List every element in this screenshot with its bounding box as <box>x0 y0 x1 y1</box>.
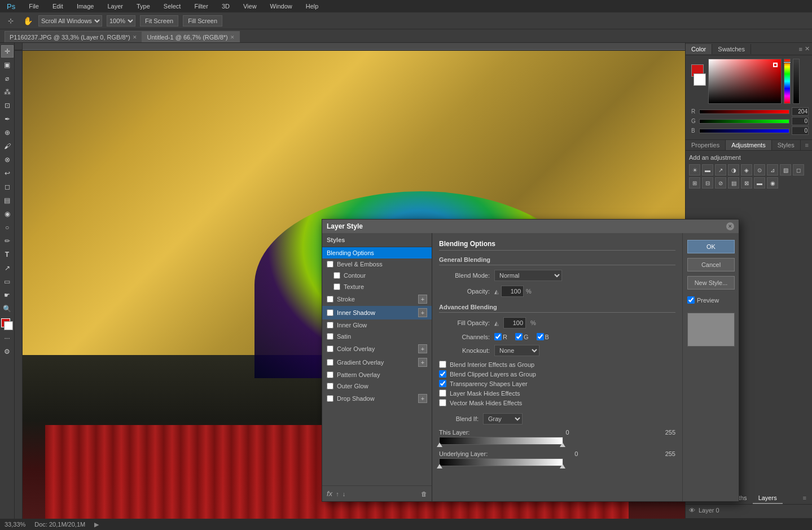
style-item-blending-options[interactable]: Blending Options <box>322 247 432 259</box>
transparency-shapes-checkbox[interactable] <box>439 380 446 387</box>
pattern-overlay-checkbox[interactable] <box>327 371 333 378</box>
extra-tools-btn[interactable]: ··· <box>1 332 14 344</box>
background-color-swatch[interactable] <box>694 73 706 86</box>
fill-screen-button[interactable]: Fill Screen <box>183 15 222 27</box>
underlying-layer-handle-left[interactable] <box>437 464 442 468</box>
panel-collapse-icon[interactable]: ✕ <box>805 45 810 52</box>
inner-glow-checkbox[interactable] <box>327 322 333 328</box>
cancel-button[interactable]: Cancel <box>687 258 735 271</box>
channel-g-checkbox[interactable] <box>515 333 523 340</box>
exposure-btn[interactable]: ◑ <box>728 164 739 176</box>
move-tool[interactable]: ✛ <box>1 45 14 58</box>
style-item-contour[interactable]: Contour <box>322 270 432 281</box>
eraser-tool[interactable]: ◻ <box>1 181 14 193</box>
contour-checkbox[interactable] <box>333 272 340 279</box>
fill-opacity-scrubber[interactable]: ◭ <box>494 320 499 326</box>
photo-filter-btn[interactable]: ◻ <box>793 164 804 176</box>
status-arrow[interactable]: ▶ <box>94 521 99 528</box>
new-style-button[interactable]: New Style... <box>687 276 735 290</box>
opacity-scrubber-icon[interactable]: ◭ <box>494 288 499 295</box>
eyedropper-tool[interactable]: ✒ <box>1 113 14 125</box>
tab-file2[interactable]: Untitled-1 @ 66,7% (RGB/8*) ✕ <box>142 31 240 42</box>
tab-styles[interactable]: Styles <box>772 140 801 150</box>
blur-tool[interactable]: ◉ <box>1 208 14 220</box>
channel-g-label[interactable]: G <box>515 333 529 340</box>
quick-select-tool[interactable]: ⁂ <box>1 86 14 98</box>
dodge-tool[interactable]: ○ <box>1 221 14 234</box>
blend-mode-select[interactable]: Normal Dissolve Multiply Screen Overlay <box>494 270 562 281</box>
posterize-btn[interactable]: ▤ <box>728 177 739 189</box>
color-overlay-add-btn[interactable]: + <box>418 344 427 353</box>
zoom-level-select[interactable]: 100% <box>107 15 135 27</box>
inner-shadow-checkbox[interactable] <box>327 309 333 316</box>
menu-3d[interactable]: 3D <box>220 2 232 11</box>
menu-image[interactable]: Image <box>74 2 96 11</box>
shape-tool[interactable]: ▭ <box>1 275 14 288</box>
outer-glow-checkbox[interactable] <box>327 383 333 389</box>
style-item-inner-shadow[interactable]: Inner Shadow + <box>322 306 432 319</box>
color-lookup-btn[interactable]: ⊟ <box>702 177 713 189</box>
color-hue-slider[interactable] <box>784 59 791 104</box>
dialog-close-button[interactable]: ✕ <box>726 222 734 230</box>
style-item-inner-glow[interactable]: Inner Glow <box>322 319 432 331</box>
menu-help[interactable]: Help <box>304 2 321 11</box>
hue-saturation-btn[interactable]: ⊙ <box>754 164 765 176</box>
gradient-overlay-checkbox[interactable] <box>327 359 333 366</box>
this-layer-handle-right[interactable] <box>560 443 565 447</box>
history-brush-tool[interactable]: ↩ <box>1 167 14 179</box>
scroll-mode-select[interactable]: Scroll All Windows <box>38 15 102 27</box>
layer-mask-hides-checkbox[interactable] <box>439 389 446 397</box>
dialog-title-bar[interactable]: Layer Style ✕ <box>322 220 739 233</box>
style-item-outer-glow[interactable]: Outer Glow <box>322 380 432 392</box>
b-input[interactable] <box>792 126 809 135</box>
levels-btn[interactable]: ▬ <box>702 164 713 176</box>
tab-file1[interactable]: P1160237.JPG @ 33,3% (Layer 0, RGB/8*) ✕ <box>5 31 142 42</box>
brightness-contrast-btn[interactable]: ☀ <box>689 164 700 176</box>
gradient-map-btn[interactable]: ▬ <box>754 177 765 189</box>
bw-btn[interactable]: ▧ <box>780 164 791 176</box>
drop-shadow-add-btn[interactable]: + <box>418 394 427 403</box>
tab-color[interactable]: Color <box>686 44 712 54</box>
hand-tool-icon[interactable]: ✋ <box>21 15 34 27</box>
texture-checkbox[interactable] <box>333 283 340 290</box>
move-up-icon[interactable]: ↑ <box>336 490 339 497</box>
tab-adjustments[interactable]: Adjustments <box>726 140 772 150</box>
knockout-select[interactable]: None Shallow Deep <box>494 345 539 356</box>
menu-layer[interactable]: Layer <box>105 2 125 11</box>
r-slider[interactable] <box>699 109 789 114</box>
invert-btn[interactable]: ⊘ <box>715 177 726 189</box>
underlying-layer-handle-right[interactable] <box>560 464 565 468</box>
threshold-btn[interactable]: ⊠ <box>741 177 752 189</box>
channel-mixer-btn[interactable]: ⊞ <box>689 177 700 189</box>
channel-b-checkbox[interactable] <box>537 333 544 340</box>
style-item-color-overlay[interactable]: Color Overlay + <box>322 342 432 356</box>
tab-layers[interactable]: Layers <box>753 493 783 504</box>
blend-if-select[interactable]: Gray Red Green Blue <box>483 413 523 424</box>
layers-menu-icon[interactable]: ≡ <box>800 493 810 504</box>
this-layer-handle-left[interactable] <box>437 443 442 447</box>
menu-filter[interactable]: Filter <box>192 2 210 11</box>
gradient-overlay-add-btn[interactable]: + <box>418 358 427 367</box>
opacity-input[interactable] <box>501 286 524 297</box>
blend-interior-label[interactable]: Blend Interior Effects as Group <box>439 361 675 368</box>
blend-clipped-label[interactable]: Blend Clipped Layers as Group <box>439 370 675 378</box>
text-tool[interactable]: T <box>1 248 14 261</box>
style-item-drop-shadow[interactable]: Drop Shadow + <box>322 392 432 405</box>
gradient-tool[interactable]: ▤ <box>1 194 14 207</box>
layer-mask-hides-label[interactable]: Layer Mask Hides Effects <box>439 389 675 397</box>
satin-checkbox[interactable] <box>327 333 333 340</box>
lasso-tool[interactable]: ⌀ <box>1 72 14 85</box>
layer-visibility[interactable]: 👁 <box>689 507 695 514</box>
color-alpha-slider[interactable] <box>793 59 800 104</box>
move-tool-icon[interactable]: ⊹ <box>5 15 17 27</box>
style-item-satin[interactable]: Satin <box>322 331 432 342</box>
r-input[interactable] <box>792 107 809 116</box>
tab-close-2[interactable]: ✕ <box>230 34 235 40</box>
menu-window[interactable]: Window <box>268 2 295 11</box>
fit-screen-button[interactable]: Fit Screen <box>140 15 178 27</box>
stroke-add-btn[interactable]: + <box>418 295 427 304</box>
preview-checkbox[interactable] <box>687 296 695 304</box>
bevel-emboss-checkbox[interactable] <box>327 261 333 268</box>
layer-style-dialog[interactable]: Layer Style ✕ Styles Blending Options Be… <box>322 219 739 502</box>
tab-properties[interactable]: Properties <box>686 140 726 150</box>
